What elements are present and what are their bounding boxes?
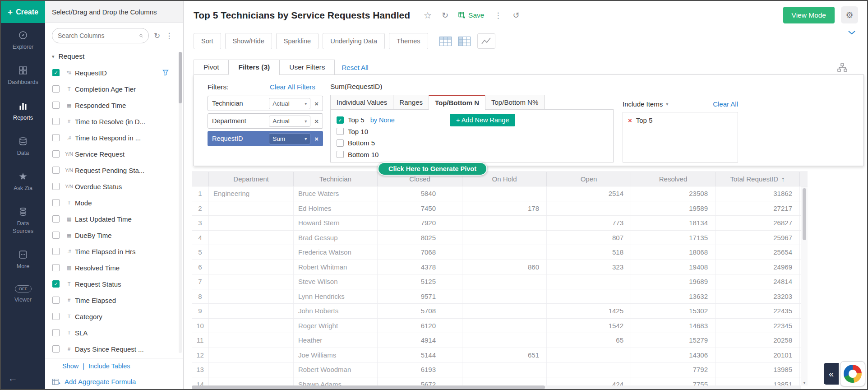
toolbar-button[interactable]: Show/Hide — [225, 33, 272, 49]
report-tab[interactable]: Pivot — [194, 60, 229, 75]
column-checkbox[interactable] — [52, 232, 60, 239]
columns-menu-kebab-icon[interactable]: ⋮ — [165, 31, 173, 41]
column-checkbox[interactable] — [52, 183, 60, 190]
favorite-star-icon[interactable]: ☆ — [424, 10, 432, 21]
clear-all-filters-link[interactable]: Clear All Filters — [270, 83, 315, 91]
add-aggregate-formula-button[interactable]: Add Aggregate Formula — [45, 374, 183, 389]
column-checkbox[interactable] — [52, 313, 60, 320]
filter-subtab[interactable]: Ranges — [393, 95, 429, 110]
option-checkbox[interactable] — [337, 128, 344, 135]
toolbar-button[interactable]: Sparkline — [276, 33, 319, 49]
column-item[interactable]: Y/N Service Request — [45, 146, 183, 162]
table-row[interactable]: 1 Engineering Bruce Waters 5840 2514 235… — [192, 186, 808, 201]
column-item[interactable]: # Days Since Request ... — [45, 341, 183, 357]
table-vertical-scrollbar[interactable]: ▼ — [801, 186, 808, 385]
table-row[interactable]: 9 John Roberts 5708 1425 15302 22435 — [192, 304, 808, 319]
table-section-request[interactable]: ▾ Request — [45, 48, 183, 65]
clear-all-link[interactable]: Clear All — [713, 100, 738, 108]
column-header-resolved[interactable]: Resolved — [631, 172, 716, 186]
toolbar-button[interactable]: Sort — [194, 33, 221, 49]
table-row[interactable]: 7 Steve Wilson 5125 19689 24814 — [192, 274, 808, 289]
scrollbar-thumb[interactable] — [803, 188, 806, 240]
save-button[interactable]: Save — [458, 11, 484, 19]
viewer-off-toggle[interactable]: OFF — [15, 285, 32, 292]
report-tab[interactable]: User Filters — [279, 60, 335, 75]
table-row[interactable]: 10 Roger Wright 6120 1542 14683 22345 — [192, 319, 808, 334]
table-row[interactable]: 6 Robert Whitman 4378 860 323 19408 2496… — [192, 260, 808, 275]
view-mode-button[interactable]: View Mode — [783, 7, 835, 23]
report-tab[interactable]: Filters (3) — [228, 60, 280, 75]
column-checkbox[interactable] — [52, 280, 60, 288]
option-checkbox[interactable] — [337, 139, 344, 147]
filter-subtab[interactable]: Individual Values — [330, 95, 393, 110]
refresh-columns-icon[interactable]: ↻ — [154, 31, 160, 41]
column-checkbox[interactable] — [52, 199, 60, 206]
aggregate-dropdown[interactable]: Actual ▾ — [269, 98, 310, 109]
remove-filter-icon[interactable]: × — [314, 117, 319, 125]
column-item[interactable]: T SLA — [45, 325, 183, 341]
top-bottom-option[interactable]: Top 10 — [337, 126, 613, 138]
aggregate-dropdown[interactable]: Sum ▾ — [269, 133, 310, 144]
sidebar-item-more[interactable]: More — [1, 242, 45, 278]
add-new-range-button[interactable]: + Add New Range — [450, 114, 515, 126]
reset-all-link[interactable]: Reset All — [342, 64, 368, 71]
column-item[interactable]: ▦ DueBy Time — [45, 227, 183, 243]
column-header-department[interactable]: Department — [209, 172, 294, 186]
column-item[interactable]: .# Time Elapsed in Hrs — [45, 243, 183, 260]
remove-filter-icon[interactable]: × — [314, 135, 319, 143]
sidebar-item-dashboards[interactable]: Dashboards — [1, 58, 45, 93]
column-checkbox[interactable] — [52, 345, 60, 353]
column-header-technician[interactable]: Technician — [294, 172, 378, 186]
sidebar-item-data[interactable]: Data — [1, 129, 45, 164]
column-item[interactable]: T Completion Age Tier — [45, 81, 183, 97]
chart-view-button[interactable] — [477, 33, 495, 49]
scrollbar-thumb[interactable] — [179, 52, 182, 103]
sidebar-item-reports[interactable]: Reports — [1, 94, 45, 129]
column-item[interactable]: T Mode — [45, 195, 183, 211]
search-columns-input[interactable] — [58, 32, 139, 39]
column-checkbox[interactable] — [52, 248, 60, 255]
table-horizontal-scrollbar[interactable] — [192, 385, 801, 389]
table-row[interactable]: 4 Brad Gessup 8025 807 17135 25967 — [192, 231, 808, 246]
column-checkbox[interactable] — [52, 150, 60, 158]
table-view-icon[interactable] — [439, 37, 452, 46]
column-checkbox[interactable] — [52, 329, 60, 336]
table-row[interactable]: 8 Lynn Hendricks 9571 13632 23203 — [192, 289, 808, 304]
column-checkbox[interactable] — [52, 215, 60, 223]
by-none-link[interactable]: by None — [370, 116, 395, 124]
column-item[interactable]: *# RequestID — [45, 65, 183, 81]
scroll-down-icon[interactable]: ▼ — [801, 381, 808, 385]
collapse-sidebar-icon[interactable]: ← — [8, 373, 18, 384]
filter-subtab[interactable]: Top/Bottom N — [429, 95, 485, 110]
table-row[interactable]: 12 Joe Williams 5144 651 14306 20101 — [192, 348, 808, 363]
column-checkbox[interactable] — [52, 297, 60, 304]
sidebar-item-explorer[interactable]: Explorer — [1, 23, 45, 58]
column-checkbox[interactable] — [52, 167, 60, 174]
column-item[interactable]: ▦ Responded Time — [45, 97, 183, 113]
filter-chip[interactable]: Technician Actual ▾ × — [208, 96, 323, 111]
collapse-toolbar-chevron-icon[interactable] — [848, 31, 855, 35]
toolbar-button[interactable]: Themes — [389, 33, 428, 49]
include-items-dropdown[interactable]: Include Items ▾ — [623, 100, 668, 108]
include-tables-link[interactable]: Include Tables — [88, 362, 130, 370]
top-bottom-option[interactable]: Bottom 5 — [337, 137, 613, 149]
settings-gear-icon[interactable]: ⚙ — [841, 6, 858, 23]
hierarchy-view-icon[interactable] — [837, 63, 847, 72]
sidebar-item-viewer[interactable]: OFF Viewer — [1, 278, 45, 311]
column-item[interactable]: ▦ Resolved Time — [45, 260, 183, 276]
sort-ascending-icon[interactable]: ↑ — [781, 175, 785, 183]
table-row[interactable]: 3 Howard Stern 7920 773 18134 26827 — [192, 216, 808, 231]
generate-pivot-button[interactable]: Click Here to Generate Pivot — [378, 162, 487, 176]
table-row[interactable]: 13 Robert Woodman 6193 7792 13985 — [192, 362, 808, 377]
column-item[interactable]: Y/N Request Pending Sta... — [45, 162, 183, 178]
aggregate-dropdown[interactable]: Actual ▾ — [269, 116, 310, 127]
column-item[interactable]: .# Time to Respond in ... — [45, 130, 183, 146]
column-checkbox[interactable] — [52, 134, 60, 141]
collapse-panel-button[interactable]: « — [824, 363, 839, 385]
option-checkbox[interactable] — [337, 116, 344, 124]
filter-chip[interactable]: Department Actual ▾ × — [208, 113, 323, 129]
undo-icon[interactable]: ↺ — [512, 10, 519, 20]
table-row[interactable]: 2 Ed Holmes 7450 178 19589 27217 — [192, 201, 808, 216]
column-checkbox[interactable] — [52, 69, 60, 76]
column-header-open[interactable]: Open — [547, 172, 631, 186]
